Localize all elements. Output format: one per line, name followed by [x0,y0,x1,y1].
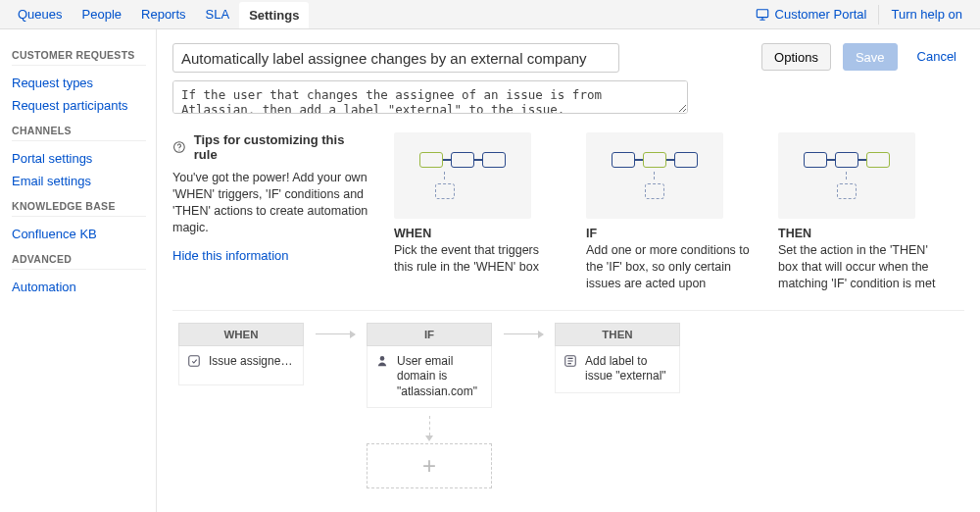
tip-text-then: Set the action in the 'THEN' box that wi… [778,242,945,292]
options-button[interactable]: Options [761,43,831,71]
svg-point-4 [380,356,385,361]
sidebar-item-confluence-kb[interactable]: Confluence KB [12,223,146,245]
rule-builder: WHEN Issue assignee c... IF [178,323,964,489]
tip-thumb-if [586,132,723,219]
divider [878,5,879,25]
sidebar-section-customer-requests: CUSTOMER REQUESTS [12,49,146,66]
arrow-when-if [304,323,367,346]
stage-then-header: THEN [555,323,680,346]
tip-text-when: Pick the event that triggers this rule i… [394,242,561,276]
tips-body: You've got the power! Add your own 'WHEN… [172,170,368,236]
issue-icon [187,354,201,368]
stage-when[interactable]: WHEN Issue assignee c... [178,323,304,385]
divider [172,310,964,311]
monitor-icon [756,8,769,22]
nav-people[interactable]: People [73,1,131,27]
hide-tips-link[interactable]: Hide this information [172,248,368,263]
tip-card-when: WHEN Pick the event that triggers this r… [394,132,561,276]
arrow-if-add [425,414,433,443]
tip-title-if: IF [586,227,753,240]
if-item-label: User email domain is "atlassian.com" [397,354,483,400]
top-nav: Queues People Reports SLA Settings Custo… [0,0,980,29]
question-circle-icon [172,140,186,154]
stage-if-header: IF [367,323,492,346]
tip-thumb-then [778,132,915,219]
sidebar-item-portal-settings[interactable]: Portal settings [12,147,146,170]
stage-then[interactable]: THEN Add label to issue "external" [555,323,680,393]
sidebar-item-email-settings[interactable]: Email settings [12,170,146,192]
sidebar-item-request-participants[interactable]: Request participants [12,94,146,117]
add-condition-button[interactable]: + [367,443,492,488]
user-icon [375,354,389,368]
nav-settings[interactable]: Settings [239,2,309,28]
svg-rect-3 [189,355,200,366]
arrow-if-then [492,323,555,346]
tip-text-if: Add one or more conditions to the 'IF' b… [586,242,753,292]
tip-thumb-when [394,132,531,219]
tip-title-when: WHEN [394,227,561,240]
label-icon [564,354,577,368]
tip-title-then: THEN [778,227,945,240]
nav-queues[interactable]: Queues [8,1,73,27]
customer-portal-label: Customer Portal [775,7,867,22]
rule-description-input[interactable]: If the user that changes the assignee of… [172,80,688,114]
sidebar-item-request-types[interactable]: Request types [12,72,146,94]
turn-help-on-link[interactable]: Turn help on [881,1,972,27]
stage-if[interactable]: IF User email domain is "atlassian.com" [367,323,492,409]
stage-when-header: WHEN [178,323,304,346]
customer-portal-link[interactable]: Customer Portal [746,1,877,27]
rule-name-input[interactable] [172,43,619,73]
sidebar-section-knowledge-base: KNOWLEDGE BASE [12,200,146,217]
main-content: Options Save Cancel If the user that cha… [157,29,980,512]
sidebar-section-channels: CHANNELS [12,125,146,141]
tips-title: Tips for customizing this rule [194,132,368,162]
save-button[interactable]: Save [843,43,898,71]
settings-sidebar: CUSTOMER REQUESTS Request types Request … [0,29,157,512]
nav-sla[interactable]: SLA [196,1,240,27]
tip-card-then: THEN Set the action in the 'THEN' box th… [778,132,945,292]
nav-reports[interactable]: Reports [131,1,196,27]
svg-point-2 [178,149,179,150]
sidebar-item-automation[interactable]: Automation [12,276,146,298]
sidebar-section-advanced: ADVANCED [12,253,146,270]
svg-rect-0 [757,9,767,17]
when-item-label: Issue assignee c... [209,354,295,368]
then-item-label: Add label to issue "external" [585,354,671,384]
tip-card-if: IF Add one or more conditions to the 'IF… [586,132,753,292]
cancel-link[interactable]: Cancel [909,43,964,70]
